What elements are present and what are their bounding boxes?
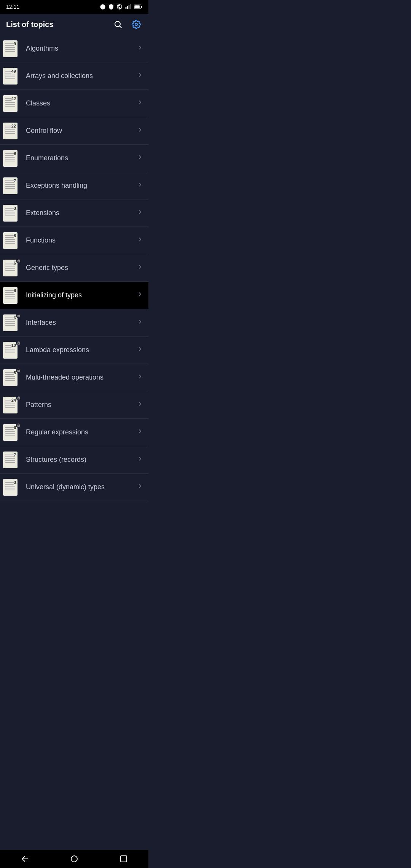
lock-badge [16, 313, 21, 318]
svg-rect-3 [129, 5, 130, 9]
topic-icon: 24 [3, 397, 20, 413]
topic-item[interactable]: 8Initializing of types [0, 282, 148, 309]
topic-item[interactable]: 9Enumerations [0, 145, 148, 172]
topic-item[interactable]: 3Universal (dynamic) types [0, 474, 148, 501]
topic-icon: 3 [3, 205, 20, 222]
topic-item[interactable]: 22Control flow [0, 117, 148, 145]
settings-button[interactable] [130, 18, 142, 30]
lock-badge [16, 423, 21, 428]
svg-rect-1 [126, 7, 127, 9]
topic-icon: 22 [3, 123, 20, 139]
topic-item[interactable]: 8Functions [0, 227, 148, 254]
app-bar: List of topics [0, 14, 148, 35]
topic-name: Arrays and collections [26, 72, 136, 80]
topic-icon: 6 [3, 424, 20, 441]
lock-badge [16, 395, 21, 400]
chevron-right-icon [136, 345, 144, 355]
topic-item[interactable]: 49Arrays and collections [0, 62, 148, 90]
topic-name: Extensions [26, 209, 136, 217]
topic-name: Patterns [26, 401, 136, 409]
app-bar-title: List of topics [6, 20, 53, 29]
chevron-right-icon [136, 290, 144, 300]
svg-rect-6 [141, 6, 142, 8]
topic-icon: 10 [3, 342, 20, 359]
status-bar: 12:11 [0, 0, 148, 14]
chevron-right-icon [136, 181, 144, 190]
search-button[interactable] [112, 18, 124, 30]
topic-name: Functions [26, 236, 136, 244]
chevron-right-icon [136, 482, 144, 492]
topic-item[interactable]: 5Multi-threaded operations [0, 364, 148, 391]
svg-rect-7 [134, 5, 140, 8]
topic-icon: 42 [3, 95, 20, 112]
chevron-right-icon [136, 263, 144, 273]
search-icon [113, 20, 123, 29]
chevron-right-icon [136, 318, 144, 327]
chevron-right-icon [136, 44, 144, 53]
topic-icon: 3 [3, 479, 20, 496]
gear-icon [132, 20, 141, 29]
svg-rect-2 [127, 6, 128, 9]
svg-rect-4 [130, 4, 131, 9]
chevron-right-icon [136, 99, 144, 108]
topic-item[interactable]: 10Lambda expressions [0, 337, 148, 364]
topic-item[interactable]: 42Classes [0, 90, 148, 117]
topic-icon: 6 [3, 314, 20, 331]
topic-item[interactable]: 24Patterns [0, 391, 148, 419]
topic-name: Universal (dynamic) types [26, 483, 136, 491]
lock-badge [16, 368, 21, 373]
lock-badge [16, 258, 21, 263]
topic-item[interactable]: 7Structures (records) [0, 446, 148, 474]
battery-icon [134, 4, 142, 10]
topic-list: 9Algorithms49Arrays and collections42Cla… [0, 35, 148, 501]
topic-icon: 7 [3, 177, 20, 194]
topic-icon: 8 [3, 287, 20, 304]
topic-name: Multi-threaded operations [26, 373, 136, 381]
status-time: 12:11 [6, 4, 19, 10]
topic-item[interactable]: 6Interfaces [0, 309, 148, 337]
topic-name: Regular expressions [26, 428, 136, 436]
topic-icon: 7 [3, 452, 20, 468]
topic-icon: 8 [3, 232, 20, 249]
shield-icon [108, 4, 114, 10]
topic-name: Structures (records) [26, 456, 136, 464]
topic-item[interactable]: 6Regular expressions [0, 419, 148, 446]
topic-name: Algorithms [26, 45, 136, 53]
chevron-right-icon [136, 236, 144, 245]
topic-name: Initializing of types [26, 291, 136, 299]
topic-item[interactable]: 6Generic types [0, 254, 148, 282]
svg-line-9 [120, 26, 122, 28]
topic-item[interactable]: 9Algorithms [0, 35, 148, 62]
svg-point-0 [102, 6, 104, 8]
chevron-right-icon [136, 455, 144, 464]
topic-name: Lambda expressions [26, 346, 136, 354]
topic-name: Interfaces [26, 319, 136, 327]
chevron-right-icon [136, 71, 144, 81]
chevron-right-icon [136, 400, 144, 410]
chevron-right-icon [136, 126, 144, 136]
chevron-right-icon [136, 428, 144, 437]
topic-item[interactable]: 7Exceptions handling [0, 172, 148, 199]
lock-badge [16, 340, 21, 346]
topic-icon: 49 [3, 68, 20, 85]
topic-name: Control flow [26, 127, 136, 135]
topic-name: Generic types [26, 264, 136, 272]
topic-icon: 5 [3, 369, 20, 386]
topic-name: Classes [26, 99, 136, 107]
topic-icon: 9 [3, 40, 20, 57]
chevron-right-icon [136, 208, 144, 218]
chevron-right-icon [136, 373, 144, 382]
chevron-right-icon [136, 153, 144, 163]
topic-item[interactable]: 3Extensions [0, 199, 148, 227]
app-bar-actions [112, 18, 142, 30]
status-icons [100, 4, 142, 10]
notification-icon [100, 4, 106, 10]
topic-name: Enumerations [26, 154, 136, 162]
topic-icon: 6 [3, 260, 20, 276]
vpn-icon [116, 4, 123, 10]
topic-name: Exceptions handling [26, 182, 136, 190]
topic-icon: 9 [3, 150, 20, 167]
signal-icon [125, 4, 132, 10]
